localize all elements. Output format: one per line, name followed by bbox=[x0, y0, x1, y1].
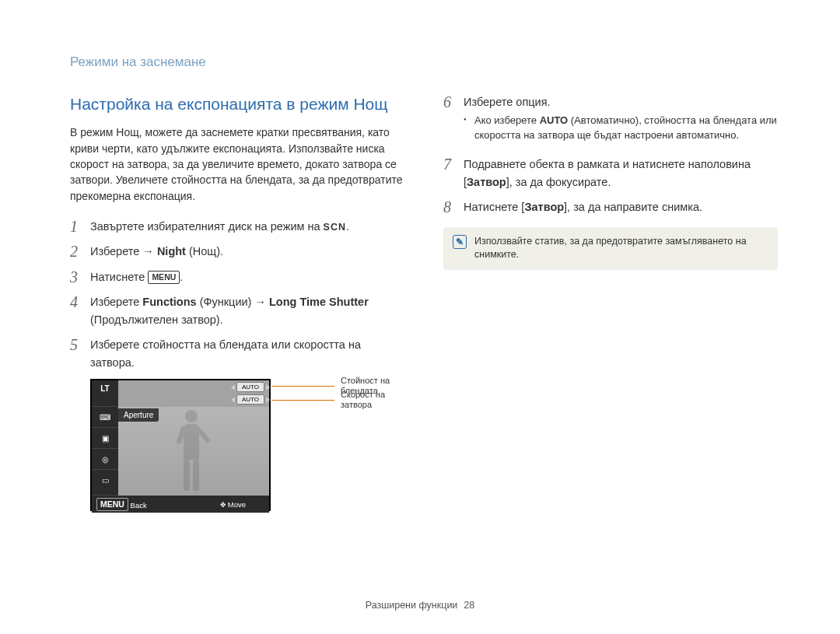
back-label: Back bbox=[131, 501, 147, 510]
note-icon: ✎ bbox=[453, 235, 467, 249]
step-number: 8 bbox=[443, 198, 464, 215]
footer-section: Разширени функции bbox=[366, 600, 458, 611]
step-text: (Нощ). bbox=[186, 245, 223, 257]
strong-text: AUTO bbox=[540, 114, 569, 126]
right-column: 6 Изберете опция. Ако изберете AUTO (Авт… bbox=[443, 93, 778, 511]
step-7: 7 Подравнете обекта в рамката и натиснет… bbox=[443, 156, 778, 191]
strong-text: Long Time Shutter bbox=[269, 296, 369, 308]
menu-button-icon: MENU bbox=[148, 271, 180, 284]
menu-button-icon: MENU bbox=[96, 498, 128, 511]
strong-text: Functions bbox=[142, 296, 196, 308]
lcd-figure: LT AUTO AUTO ⌨ ▣ ◎ ▭ bbox=[90, 379, 404, 511]
strong-text: Night bbox=[157, 245, 186, 257]
intro-paragraph: В режим Нощ, можете да заснемете кратки … bbox=[70, 124, 404, 203]
aperture-label: Aperture bbox=[118, 408, 159, 422]
strong-text: Затвор bbox=[467, 176, 506, 188]
photo-icon: ▣ bbox=[92, 428, 118, 449]
page-footer: Разширени функции28 bbox=[0, 600, 840, 611]
step-3: 3 Натиснете MENU. bbox=[70, 268, 404, 285]
tip-note: ✎ Използвайте статив, за да предотвратит… bbox=[443, 227, 778, 270]
keyboard-icon: ⌨ bbox=[92, 407, 118, 428]
lcd-lt-badge: LT bbox=[92, 380, 118, 407]
manual-page: Режими на заснемане Настройка на експона… bbox=[0, 0, 840, 634]
person-silhouette-icon bbox=[176, 410, 207, 496]
step-text: (Продължителен затвор). bbox=[90, 313, 223, 326]
step-text: (Функции) → bbox=[197, 296, 269, 308]
step-text: Завъртете избирателният диск на режим на bbox=[90, 220, 324, 233]
step-list-left: 1 Завъртете избирателният диск на режим … bbox=[70, 218, 404, 371]
step-number: 7 bbox=[443, 156, 464, 173]
step-6-bullets: Ако изберете AUTO (Автоматично), стойнос… bbox=[464, 114, 778, 143]
step-4: 4 Изберете Functions (Функции) → Long Ti… bbox=[70, 293, 404, 328]
step-number: 3 bbox=[70, 268, 90, 285]
move-label: Move bbox=[228, 500, 246, 509]
step-5: 5 Изберете стойността на блендата или ск… bbox=[70, 336, 404, 371]
lcd-footer: MENU Back ✥Move bbox=[92, 496, 269, 513]
bullet-item: Ако изберете AUTO (Автоматично), стойнос… bbox=[464, 114, 778, 143]
note-text: Използвайте статив, за да предотвратите … bbox=[474, 235, 768, 262]
step-text: Натиснете bbox=[90, 271, 148, 283]
step-number: 5 bbox=[70, 336, 90, 353]
step-2: 2 Изберете → Night (Нощ). bbox=[70, 243, 404, 260]
step-number: 2 bbox=[70, 243, 90, 260]
step-6: 6 Изберете опция. Ако изберете AUTO (Авт… bbox=[443, 93, 778, 148]
lcd-top-strip: AUTO AUTO bbox=[118, 380, 269, 407]
step-list-right: 6 Изберете опция. Ако изберете AUTO (Авт… bbox=[443, 93, 778, 216]
page-number: 28 bbox=[464, 600, 474, 611]
callout-shutter: Скорост на затвора bbox=[280, 393, 404, 407]
lcd-icon-sidebar: ⌨ ▣ ◎ ▭ bbox=[92, 407, 118, 496]
left-column: Настройка на експонацията в режим Нощ В … bbox=[70, 93, 404, 511]
camera-lcd: LT AUTO AUTO ⌨ ▣ ◎ ▭ bbox=[90, 379, 271, 511]
content-columns: Настройка на експонацията в режим Нощ В … bbox=[70, 93, 778, 511]
focus-icon: ▭ bbox=[92, 470, 118, 491]
lcd-callouts: Стойност на блендата Скорост на затвора bbox=[280, 379, 404, 407]
step-8: 8 Натиснете [Затвор], за да направите сн… bbox=[443, 198, 778, 215]
shutter-value-pill: AUTO bbox=[236, 394, 264, 405]
aperture-value-pill: AUTO bbox=[236, 382, 264, 392]
step-number: 4 bbox=[70, 293, 90, 310]
step-number: 1 bbox=[70, 218, 90, 235]
iso-icon: ◎ bbox=[92, 449, 118, 470]
step-1: 1 Завъртете избирателният диск на режим … bbox=[70, 218, 404, 235]
step-text: Изберете опция. bbox=[464, 96, 551, 108]
step-number: 6 bbox=[443, 93, 464, 110]
lcd-preview: Aperture bbox=[118, 407, 269, 496]
section-title: Настройка на експонацията в режим Нощ bbox=[70, 93, 404, 115]
strong-text: Затвор bbox=[524, 201, 564, 213]
step-text: Изберете стойността на блендата или скор… bbox=[90, 336, 404, 371]
step-text: Изберете → bbox=[90, 245, 157, 257]
step-text: Изберете bbox=[90, 296, 142, 308]
dpad-icon: ✥ bbox=[220, 501, 225, 509]
scn-icon: SCN bbox=[324, 222, 346, 233]
chapter-title: Режими на заснемане bbox=[70, 54, 778, 70]
